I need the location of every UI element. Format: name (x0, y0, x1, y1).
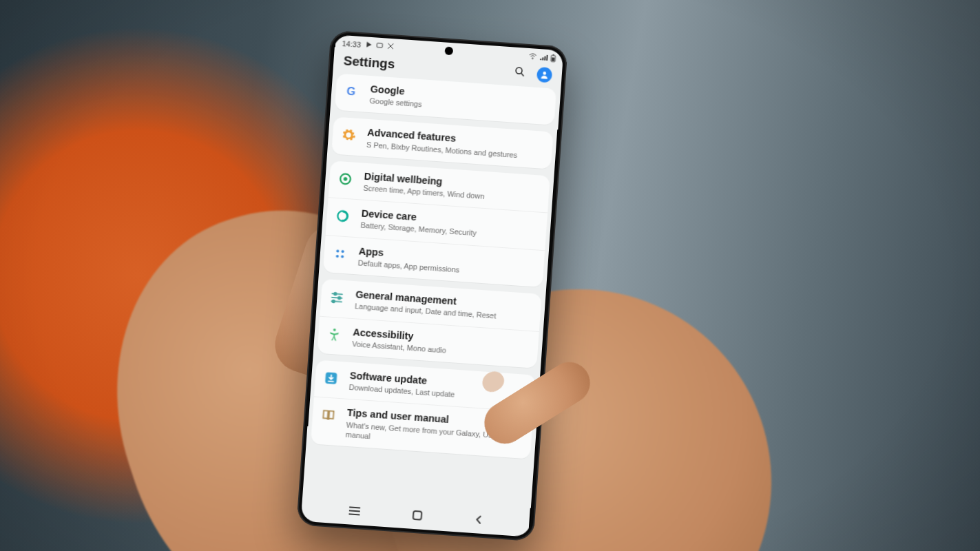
search-icon[interactable] (513, 65, 526, 81)
status-time: 14:33 (342, 39, 361, 49)
phone-device: 14:33 (296, 30, 567, 541)
svg-point-11 (336, 249, 339, 252)
svg-point-9 (344, 177, 348, 181)
svg-point-13 (336, 255, 339, 258)
status-left: 14:33 (342, 39, 394, 51)
wellbeing-icon (336, 169, 355, 189)
recents-button[interactable] (348, 506, 361, 519)
svg-line-24 (348, 510, 359, 511)
settings-list[interactable]: G Google Google settings (303, 73, 561, 512)
svg-point-14 (341, 255, 344, 258)
svg-line-5 (521, 74, 524, 76)
svg-point-12 (342, 250, 344, 253)
phone-bezel: 14:33 (301, 34, 564, 537)
sliders-icon (327, 288, 346, 307)
book-icon (319, 406, 338, 425)
sync-off-icon (386, 43, 394, 52)
settings-group: Advanced features S Pen, Bixby Routines,… (331, 117, 553, 169)
settings-group: Digital wellbeing Screen time, App timer… (323, 160, 550, 287)
svg-point-18 (338, 297, 341, 300)
google-icon: G (342, 82, 362, 101)
battery-icon (550, 54, 556, 63)
phone-screen: 14:33 (301, 34, 563, 537)
download-icon (322, 368, 341, 388)
back-button[interactable] (473, 514, 483, 528)
apps-icon (331, 244, 350, 263)
message-icon (375, 42, 383, 51)
status-right (528, 52, 556, 63)
svg-point-4 (516, 67, 523, 74)
gear-icon (339, 126, 358, 145)
device-care-icon (333, 207, 353, 226)
settings-group: General management Language and input, D… (317, 279, 541, 368)
svg-line-25 (348, 514, 359, 514)
background-scene: 14:33 (0, 0, 980, 551)
svg-line-23 (349, 507, 360, 508)
svg-rect-2 (553, 54, 554, 56)
svg-text:G: G (346, 85, 356, 98)
svg-rect-0 (377, 43, 382, 48)
play-icon (365, 41, 373, 50)
settings-item-advanced-features[interactable]: Advanced features S Pen, Bixby Routines,… (331, 117, 553, 169)
svg-point-21 (333, 329, 336, 331)
home-button[interactable] (411, 510, 423, 524)
svg-rect-26 (413, 511, 421, 520)
profile-avatar[interactable] (536, 67, 552, 83)
wifi-icon (528, 53, 537, 61)
signal-icon (539, 54, 548, 61)
accessibility-icon (324, 325, 344, 344)
